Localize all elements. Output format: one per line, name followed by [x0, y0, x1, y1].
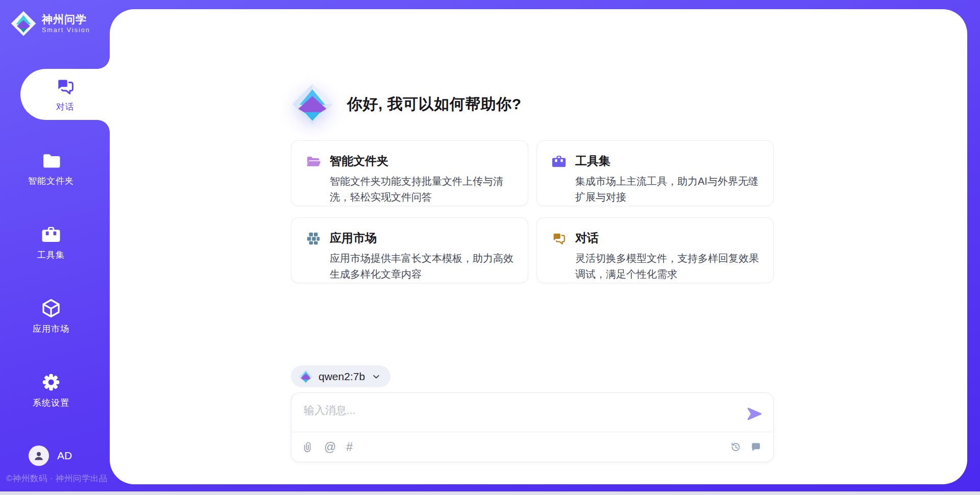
chat-bubbles-icon [55, 76, 76, 96]
footer-credit: ©神州数码 · 神州问学出品 [6, 473, 113, 484]
content-column: 你好, 我可以如何帮助你? 智能文件夹 智能文件夹功能支持批量文件上传与清洗，轻… [291, 9, 774, 484]
card-toolset[interactable]: 工具集 集成市场上主流工具，助力AI与外界无缝扩展与对接 [536, 140, 774, 206]
sidebar-item-label: 对话 [56, 101, 75, 113]
user-avatar-icon [32, 449, 45, 462]
feature-cards: 智能文件夹 智能文件夹功能支持批量文件上传与清洗，轻松实现文件问答 工具集 集成… [291, 140, 774, 283]
history-button[interactable] [729, 441, 742, 453]
model-name: qwen2:7b [318, 370, 365, 383]
card-title: 工具集 [575, 153, 610, 169]
gear-icon [41, 372, 61, 392]
greeting-block: 你好, 我可以如何帮助你? [291, 83, 522, 126]
bottom-edge-strip [0, 491, 980, 495]
app-logo: 神州问学 Smart Vision [10, 10, 90, 37]
gem-logo-icon [10, 10, 37, 37]
avatar [29, 445, 49, 466]
send-button[interactable] [746, 405, 763, 423]
card-description: 集成市场上主流工具，助力AI与外界无缝扩展与对接 [575, 174, 759, 205]
model-selector[interactable]: qwen2:7b [291, 365, 390, 387]
folder-icon [41, 150, 61, 170]
chat-bubbles-icon [551, 231, 567, 246]
sidebar-item-label: 系统设置 [33, 397, 69, 409]
briefcase-icon [551, 154, 567, 169]
cube-grid-icon [306, 231, 321, 246]
greeting-title: 你好, 我可以如何帮助你? [347, 94, 522, 115]
sidebar-item-app-market[interactable]: 应用市场 [0, 291, 102, 342]
sidebar-item-settings[interactable]: 系统设置 [0, 365, 102, 416]
card-smart-folder[interactable]: 智能文件夹 智能文件夹功能支持批量文件上传与清洗，轻松实现文件问答 [291, 140, 528, 206]
sidebar-item-smart-folder[interactable]: 智能文件夹 [0, 143, 102, 194]
topic-button[interactable]: # [346, 441, 353, 453]
card-title: 智能文件夹 [330, 153, 388, 169]
composer-toolbar: @ # [291, 432, 773, 462]
conversation-button[interactable] [750, 441, 762, 453]
send-icon [746, 405, 763, 423]
gem-logo-icon [291, 83, 334, 126]
card-app-market[interactable]: 应用市场 应用市场提供丰富长文本模板，助力高效生成多样化文章内容 [291, 217, 528, 283]
sidebar-nav: 对话 智能文件夹 工具集 应用市场 [0, 69, 110, 439]
paperclip-icon [303, 441, 314, 453]
user-account[interactable]: AD [29, 445, 72, 466]
user-name: AD [57, 450, 72, 462]
message-composer: @ # [291, 392, 774, 462]
attach-file-button[interactable] [303, 441, 314, 453]
message-icon [750, 441, 762, 453]
history-icon [729, 441, 742, 453]
chevron-down-icon [371, 372, 381, 382]
hash-icon: # [346, 441, 353, 453]
message-input[interactable] [303, 402, 728, 430]
briefcase-icon [41, 224, 61, 244]
at-icon: @ [324, 441, 336, 453]
sidebar-item-label: 工具集 [37, 249, 65, 261]
card-title: 应用市场 [330, 230, 377, 246]
sidebar-item-label: 应用市场 [33, 323, 69, 335]
card-chat[interactable]: 对话 灵活切换多模型文件，支持多样回复效果调试，满足个性化需求 [536, 217, 774, 283]
card-description: 智能文件夹功能支持批量文件上传与清洗，轻松实现文件问答 [330, 174, 513, 205]
card-description: 应用市场提供丰富长文本模板，助力高效生成多样化文章内容 [330, 251, 513, 282]
app-subtitle: Smart Vision [42, 27, 90, 34]
main-panel: 你好, 我可以如何帮助你? 智能文件夹 智能文件夹功能支持批量文件上传与清洗，轻… [110, 9, 967, 484]
card-description: 灵活切换多模型文件，支持多样回复效果调试，满足个性化需求 [575, 251, 759, 282]
card-title: 对话 [575, 230, 599, 246]
model-selector-row: qwen2:7b [291, 365, 390, 387]
mention-button[interactable]: @ [324, 441, 336, 453]
folder-open-icon [306, 154, 321, 169]
sidebar-item-chat[interactable]: 对话 [20, 69, 110, 120]
sidebar-item-toolset[interactable]: 工具集 [0, 217, 102, 268]
gem-icon [298, 369, 313, 384]
sidebar: 神州问学 Smart Vision 对话 智能文件夹 工具集 [0, 0, 110, 491]
app-title: 神州问学 [42, 13, 90, 26]
cube-icon [41, 298, 61, 318]
sidebar-item-label: 智能文件夹 [28, 175, 74, 187]
